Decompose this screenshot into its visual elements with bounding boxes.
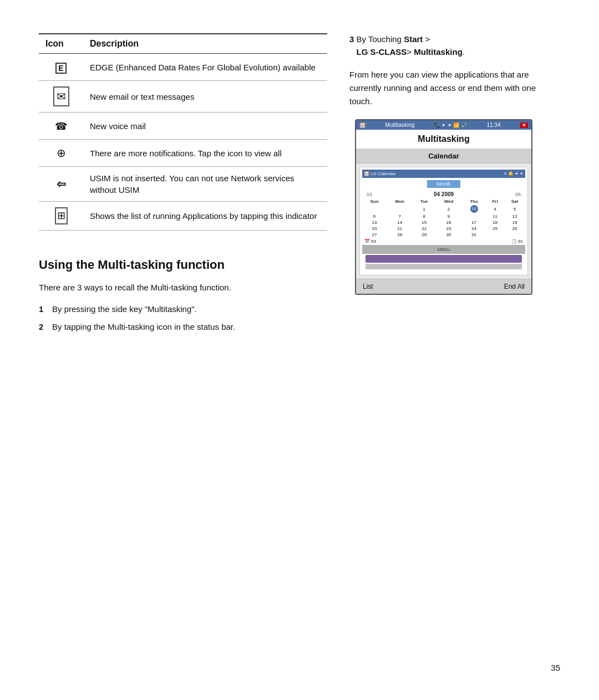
calendar-day-cell: 30 xyxy=(435,232,462,238)
phone-bottom-end-all[interactable]: End All xyxy=(504,283,525,290)
step-three-text: By Touching xyxy=(357,34,404,44)
section-title: Using the Multi-tasking function xyxy=(39,257,327,273)
step-three-multitasking: Multitasking xyxy=(414,47,463,57)
page-number: 35 xyxy=(551,663,560,672)
right-column: 3 By Touching Start > LG S-CLASS> Multit… xyxy=(349,33,560,339)
list-item: 2By tapping the Multi-tasking icon in th… xyxy=(39,321,327,334)
steps-list: 1By pressing the side key "Multitasking"… xyxy=(39,303,327,334)
step-number: 2 xyxy=(39,321,49,334)
phone-status-app-icon: 🪟 xyxy=(359,122,366,128)
calendar-day-cell: 31 xyxy=(462,232,486,238)
calendar-nav-left-num: 03 xyxy=(371,239,376,244)
step-three-start: Start xyxy=(404,34,423,44)
step-number: 1 xyxy=(39,303,49,316)
calendar-nav-right-num: 01 xyxy=(518,239,523,244)
calendar-brand-icon: 🪟 LG Calendar xyxy=(364,171,396,176)
calendar-day-cell: 27 xyxy=(362,232,387,238)
table-row: EEDGE (Enhanced Data Rates For Global Ev… xyxy=(39,54,327,81)
step-three-gt: > xyxy=(423,34,430,44)
edge-symbol: E xyxy=(55,63,66,74)
usim-symbol: ⇦ xyxy=(57,178,66,190)
table-row: ⇦USIM is not inserted. You can not use N… xyxy=(39,167,327,202)
calendar-day-cell: 20 xyxy=(362,226,387,232)
calendar-day-cell: 22 xyxy=(413,226,435,232)
calendar-day-cell: 13 xyxy=(362,219,387,226)
table-header-icon: Icon xyxy=(39,34,83,54)
calendar-day-cell: 24 xyxy=(462,226,486,232)
voicemail-symbol: ☎ xyxy=(55,121,67,132)
calendar-day-cell: 7 xyxy=(387,213,413,219)
notification-symbol: ⊕ xyxy=(57,147,66,159)
calendar-header-row: SunMonTueWedThuFriSat xyxy=(362,198,525,205)
table-row: ⊕There are more notifications. Tap the i… xyxy=(39,140,327,167)
calendar-day-cell xyxy=(362,205,387,213)
phone-status-close[interactable]: ✕ xyxy=(520,122,528,128)
calendar-day-cell: 11 xyxy=(486,213,504,219)
calendar-day-cell: 6 xyxy=(362,213,387,219)
calendar-day-cell xyxy=(462,213,486,219)
calendar-day-cell: 12 xyxy=(504,213,525,219)
calendar-day-cell: 25 xyxy=(486,226,504,232)
calendar-month-button[interactable]: Month xyxy=(427,180,460,188)
calendar-day-cell: 4 xyxy=(486,205,504,213)
phone-status-title: Multitasking xyxy=(385,122,415,128)
step-three-lgclass: LG S-CLASS xyxy=(357,47,407,57)
phone-title-bar: Multitasking xyxy=(356,130,531,149)
calendar-day-cell: 2 xyxy=(435,205,462,213)
calendar-day-header: Thu xyxy=(462,198,486,205)
phone-status-time: 11:34 xyxy=(486,122,500,128)
from-here-text: From here you can view the applications … xyxy=(349,68,560,108)
calendar-day-cell: 15 xyxy=(413,219,435,226)
calendar-day-cell: 28 xyxy=(387,232,413,238)
calendar-day-header: Wed xyxy=(435,198,462,205)
calendar-week-row: 20212223242526 xyxy=(362,226,525,232)
calendar-day-cell: 8 xyxy=(413,213,435,219)
calendar-day-cell: 9 xyxy=(435,213,462,219)
calendar-day-cell: 19 xyxy=(504,219,525,226)
calendar-nav-left: 📅 03 xyxy=(364,239,376,244)
usim-icon: ⇦ xyxy=(39,167,83,202)
left-column: Icon Description EEDGE (Enhanced Data Ra… xyxy=(39,33,327,339)
table-header-description: Description xyxy=(83,34,327,54)
table-row-description: There are more notifications. Tap the ic… xyxy=(83,140,327,167)
calendar-icons: ≡ 🔔 ✦ ✕ xyxy=(504,171,524,176)
multitask-symbol: ⊞ xyxy=(55,207,68,224)
phone-menu-bar: Menu xyxy=(362,245,525,254)
calendar-day-cell: 29 xyxy=(413,232,435,238)
step-three-gt2: > xyxy=(407,47,414,57)
calendar-nav-right: 📋 01 xyxy=(511,239,523,244)
calendar-week-row: 13141516171819 xyxy=(362,219,525,226)
table-row: ✉New email or text messages xyxy=(39,81,327,113)
calendar-day-header: Sat xyxy=(504,198,525,205)
calendar-grid: SunMonTueWedThuFriSat1210456789111213141… xyxy=(362,198,525,238)
calendar-day-cell xyxy=(387,205,413,213)
calendar-day-cell: 14 xyxy=(387,219,413,226)
icon-table: Icon Description EEDGE (Enhanced Data Ra… xyxy=(39,33,327,231)
calendar-day-header: Tue xyxy=(413,198,435,205)
section-intro: There are 3 ways to recall the Multi-tas… xyxy=(39,281,327,294)
calendar-week-row: 121045 xyxy=(362,205,525,213)
voicemail-icon: ☎ xyxy=(39,113,83,140)
calendar-day-header: Sun xyxy=(362,198,387,205)
calendar-day-header: Fri xyxy=(486,198,504,205)
phone-status-icons: 📞 ✦ ✦ 📶 🔊 xyxy=(434,122,467,128)
envelope-symbol: ✉ xyxy=(53,86,69,106)
calendar-day-cell: 21 xyxy=(387,226,413,232)
calendar-day-header: Mon xyxy=(387,198,413,205)
calendar-day-cell: 17 xyxy=(462,219,486,226)
table-row-description: EDGE (Enhanced Data Rates For Global Evo… xyxy=(83,54,327,81)
calendar-day-cell: 1 xyxy=(413,205,435,213)
calendar-week-row: 67891112 xyxy=(362,213,525,219)
step-three: 3 By Touching Start > LG S-CLASS> Multit… xyxy=(349,33,560,58)
calendar-prev-month[interactable]: 03 xyxy=(367,192,372,197)
table-row-description: USIM is not inserted. You can not use Ne… xyxy=(83,167,327,202)
calendar-day-cell: 18 xyxy=(486,219,504,226)
email-icon: ✉ xyxy=(39,81,83,113)
calendar-nav-row: 📅 03 📋 01 xyxy=(362,238,525,245)
phone-bottom-list[interactable]: List xyxy=(363,283,373,290)
calendar-next-month[interactable]: 05 xyxy=(515,192,521,197)
phone-gray-bar xyxy=(366,264,522,269)
phone-status-bar: 🪟 Multitasking 📞 ✦ ✦ 📶 🔊 11:34 ✕ xyxy=(356,120,531,130)
calendar-day-cell: 10 xyxy=(462,205,486,213)
calendar-year-label: 04 2009 xyxy=(434,191,454,197)
